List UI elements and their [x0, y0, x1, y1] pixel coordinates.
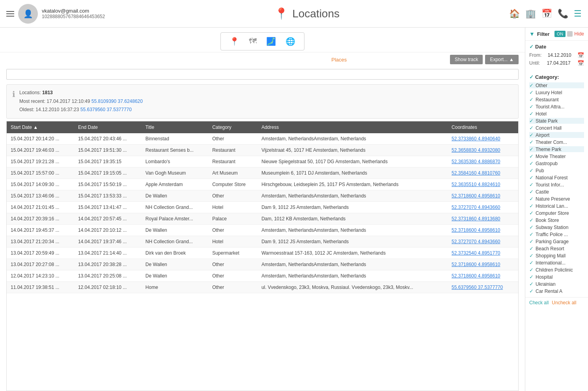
oldest-coords[interactable]: 55.6379560 37.5377770 — [80, 107, 132, 112]
category-checkbox[interactable]: ✓ — [529, 274, 534, 280]
category-checkbox[interactable]: ✓ — [529, 224, 534, 230]
col-title[interactable]: Title — [142, 121, 208, 133]
category-checkbox[interactable]: ✓ — [529, 168, 534, 173]
cell-coords[interactable]: 52.3658830 4.8932080 — [448, 144, 518, 156]
category-checkbox[interactable]: ✓ — [529, 217, 534, 223]
home-icon[interactable]: 🏠 — [509, 9, 520, 19]
cell-coords[interactable]: 52.3635510 4.8824610 — [448, 179, 518, 190]
category-checkbox[interactable]: ✓ — [529, 132, 534, 138]
category-item[interactable]: ✓Hospital — [529, 274, 584, 280]
cell-coords[interactable]: 52.3731860 4.8913680 — [448, 213, 518, 224]
cell-coords[interactable]: 52.3732540 4.8951770 — [448, 247, 518, 259]
category-item[interactable]: ✓International... — [529, 260, 584, 266]
category-item[interactable]: ✓National Forest — [529, 175, 584, 181]
category-checkbox[interactable]: ✓ — [529, 238, 534, 244]
category-checkbox[interactable]: ✓ — [529, 175, 534, 181]
show-track-button[interactable]: Show track — [450, 55, 483, 64]
category-item[interactable]: ✓Shopping Mall — [529, 253, 584, 259]
cell-coords[interactable]: 52.3584160 4.8810760 — [448, 167, 518, 179]
category-item[interactable]: ✓Other — [529, 82, 584, 88]
building-icon[interactable]: 🏢 — [525, 9, 536, 19]
category-item[interactable]: ✓Tourist Attra... — [529, 104, 584, 110]
cell-coords[interactable]: 52.3635380 4.8886870 — [448, 156, 518, 167]
category-item[interactable]: ✓Hotel — [529, 111, 584, 117]
until-value[interactable]: 17.04.2017 — [547, 60, 571, 66]
category-checkbox[interactable]: ✓ — [529, 267, 534, 273]
category-item[interactable]: ✓Gastropub — [529, 160, 584, 166]
category-checkbox[interactable]: ✓ — [529, 281, 534, 287]
lines-icon[interactable]: ☰ — [574, 9, 582, 19]
category-checkbox[interactable]: ✓ — [529, 210, 534, 216]
category-item[interactable]: ✓Book Store — [529, 217, 584, 223]
category-checkbox[interactable]: ✓ — [529, 196, 534, 202]
col-category[interactable]: Category — [208, 121, 258, 133]
col-address[interactable]: Address — [258, 121, 448, 133]
category-item[interactable]: ✓Theater Com... — [529, 139, 584, 145]
hamburger-menu[interactable] — [6, 11, 14, 17]
category-item[interactable]: ✓Nature Preserve — [529, 196, 584, 202]
category-checkbox[interactable]: ✓ — [529, 253, 534, 259]
category-item[interactable]: ✓Historical Lan... — [529, 203, 584, 209]
category-checkbox[interactable]: ✓ — [529, 231, 534, 237]
category-item[interactable]: ✓Movie Theater — [529, 153, 584, 159]
filter-hide-link[interactable]: Hide — [574, 31, 584, 37]
category-item[interactable]: ✓Car Rental A — [529, 288, 584, 294]
category-checkbox[interactable]: ✓ — [529, 246, 534, 251]
export-button[interactable]: Export... ▲ — [485, 55, 519, 64]
category-item[interactable]: ✓Concert Hall — [529, 125, 584, 131]
category-checkbox[interactable]: ✓ — [529, 97, 534, 102]
cell-coords[interactable]: 52.3718600 4.8958610 — [448, 259, 518, 270]
category-checkbox[interactable]: ✓ — [529, 118, 534, 124]
category-checkbox[interactable]: ✓ — [529, 125, 534, 131]
category-checkbox[interactable]: ✓ — [529, 203, 534, 209]
tab-waypoints[interactable]: 🗺 — [246, 35, 260, 48]
search-input[interactable] — [6, 69, 519, 80]
category-checkbox[interactable]: ✓ — [529, 111, 534, 117]
category-checkbox[interactable]: ✓ — [529, 104, 534, 110]
cell-coords[interactable]: 52.3718600 4.8958610 — [448, 270, 518, 281]
from-value[interactable]: 14.12.2010 — [548, 52, 571, 58]
tab-map[interactable]: 🌐 — [282, 35, 299, 48]
category-item[interactable]: ✓Airport — [529, 132, 584, 138]
category-item[interactable]: ✓Children Policlinic — [529, 267, 584, 273]
filter-toggle-on[interactable]: ON — [554, 31, 566, 37]
most-recent-coords[interactable]: 55.8109390 37.6248620 — [91, 99, 143, 104]
category-item[interactable]: ✓State Park — [529, 118, 584, 124]
cell-coords[interactable]: 52.3718600 4.8958610 — [448, 190, 518, 201]
category-checkbox[interactable]: ✓ — [529, 89, 534, 95]
category-item[interactable]: ✓Ukrainian — [529, 281, 584, 287]
from-calendar-icon[interactable]: 📅 — [577, 52, 584, 58]
category-checkbox[interactable]: ✓ — [529, 82, 534, 88]
uncheck-all-link[interactable]: Uncheck all — [552, 300, 576, 305]
category-item[interactable]: ✓Subway Station — [529, 224, 584, 230]
category-item[interactable]: ✓Luxury Hotel — [529, 89, 584, 95]
check-all-link[interactable]: Check all — [529, 300, 549, 305]
category-item[interactable]: ✓Parking Garage — [529, 238, 584, 244]
cell-coords[interactable]: 52.3718600 4.8958610 — [448, 224, 518, 236]
category-checkbox[interactable]: ✓ — [529, 288, 534, 294]
cell-coords[interactable]: 52.3727070 4.8943660 — [448, 201, 518, 213]
calendar-icon[interactable]: 📅 — [541, 9, 552, 19]
category-checkbox[interactable]: ✓ — [529, 189, 534, 195]
cell-coords[interactable]: 52.3727070 4.8943660 — [448, 236, 518, 247]
category-item[interactable]: ✓Traffic Police ... — [529, 231, 584, 237]
category-checkbox[interactable]: ✓ — [529, 160, 534, 166]
cell-coords[interactable]: 55.6379560 37.5377770 — [448, 281, 518, 293]
col-coordinates[interactable]: Coordinates — [448, 121, 518, 133]
tab-routes[interactable]: 🗾 — [263, 35, 279, 48]
category-item[interactable]: ✓Castle — [529, 189, 584, 195]
category-checkbox[interactable]: ✓ — [529, 260, 534, 266]
until-calendar-icon[interactable]: 📅 — [577, 60, 584, 66]
category-item[interactable]: ✓Tourist Infor... — [529, 182, 584, 188]
phone-icon[interactable]: 📞 — [558, 9, 568, 19]
category-item[interactable]: ✓Restaurant — [529, 97, 584, 102]
category-checkbox[interactable]: ✓ — [529, 153, 534, 159]
category-checkbox[interactable]: ✓ — [529, 139, 534, 145]
category-checkbox[interactable]: ✓ — [529, 182, 534, 188]
filter-toggle-bar[interactable] — [567, 31, 573, 37]
category-item[interactable]: ✓Theme Park — [529, 146, 584, 152]
category-item[interactable]: ✓Beach Resort — [529, 246, 584, 251]
category-item[interactable]: ✓Computer Store — [529, 210, 584, 216]
category-checkbox[interactable]: ✓ — [529, 146, 534, 152]
col-start-date[interactable]: Start Date ▲ — [7, 121, 74, 133]
